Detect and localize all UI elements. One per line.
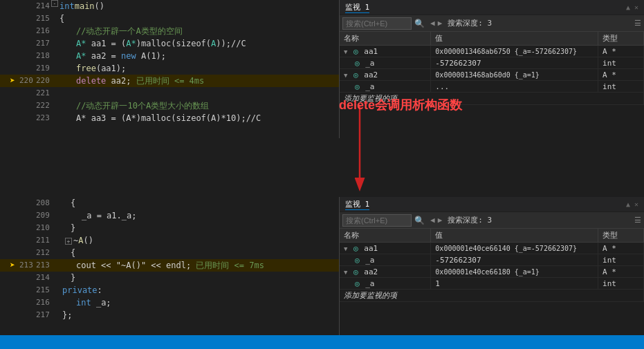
watch-type-aa2-a-bottom: int <box>598 278 644 290</box>
col-type-top: 类型 <box>598 32 644 46</box>
code-row: 216 //动态开辟一个A类型的空间 <box>35 25 339 37</box>
watch-table-top: 名称 值 类型 ▼ ◎ aa1 0x0000013468ab6750 {_a=-… <box>340 32 644 105</box>
watch-row-aa1-a-top[interactable]: ◎ _a -572662307 int <box>340 57 644 69</box>
expand-box[interactable]: + <box>65 238 72 245</box>
col-value-top: 值 <box>431 32 598 46</box>
watch-panel-title-bottom: 监视 1 ▲ ✕ <box>340 197 644 212</box>
code-row: 212 { <box>35 247 339 259</box>
watch-name-aa2-a-top: ◎ _a <box>340 81 431 93</box>
watch-search-bottom[interactable] <box>342 214 412 227</box>
code-row: 222 //动态开辟一10个A类型大小的数组 <box>35 100 339 112</box>
code-row: 211 +~A() <box>35 234 339 247</box>
watch-icon: ◎ <box>353 47 358 56</box>
watch-name-aa2-a-bottom: ◎ _a <box>340 278 431 290</box>
col-value-bottom: 值 <box>431 229 598 243</box>
watch-type-aa2-top: A * <box>598 69 644 81</box>
watch-row-aa2-a-top[interactable]: ◎ _a ... int <box>340 81 644 93</box>
expand-icon[interactable]: ▼ <box>344 72 347 79</box>
watch-row-aa1-a-bottom[interactable]: ◎ _a -572662307 int <box>340 254 644 266</box>
watch-options-bottom[interactable]: ☰ <box>634 216 641 225</box>
watch-name-aa1-bottom: ▼ ◎ aa1 <box>340 243 431 254</box>
code-lines-top: 214 - int main() 215 { 216 //动态开辟一个A <box>35 0 339 138</box>
top-panel: ➤ 220 214 - int main() <box>0 0 644 138</box>
expand-icon[interactable]: ▼ <box>344 48 347 55</box>
watch-icon: ◎ <box>355 59 360 68</box>
watch-val-aa1-a-top: -572662307 <box>431 57 598 69</box>
code-row: 217 }; <box>35 309 339 321</box>
watch-icon: ◎ <box>355 279 360 288</box>
code-row: 217 A* aa1 = (A*)malloc(sizeof(A));//C <box>35 37 339 50</box>
watch-table-bottom: 名称 值 类型 ▼ ◎ aa1 0x000001e40ce66140 {_a=-… <box>340 229 644 302</box>
code-row-arrow: 220 delete aa2; 已用时间 <= 4ms <box>35 75 339 87</box>
watch-icon: ◎ <box>355 82 360 91</box>
col-name-top: 名称 <box>340 32 431 46</box>
watch-val-aa2-top: 0x0000013468ab60d0 {_a=1} <box>431 69 598 81</box>
watch-name-aa2-bottom: ▼ ◎ aa2 <box>340 266 431 278</box>
depth-label-bottom: 搜索深度: 3 <box>448 215 492 225</box>
watch-val-aa2-a-bottom: 1 <box>431 278 598 290</box>
watch-panel-controls-top[interactable]: ▲ ✕ <box>626 3 638 11</box>
code-row: 214 } <box>35 272 339 284</box>
watch-name-aa2-top: ▼ ◎ aa2 <box>340 69 431 81</box>
code-row: 208 { <box>35 197 339 209</box>
annotation-container: delete会调用析构函数 <box>339 97 462 113</box>
watch-val-aa1-top: 0x0000013468ab6750 {_a=-572662307} <box>431 46 598 57</box>
expand-icon[interactable]: ▼ <box>344 245 347 252</box>
watch-type-aa1-a-bottom: int <box>598 254 644 266</box>
watch-icon: ◎ <box>353 267 358 276</box>
watch-row-aa2-bottom[interactable]: ▼ ◎ aa2 0x000001e40ce66180 {_a=1} A * <box>340 266 644 278</box>
search-icon-bottom: 🔍 <box>414 216 425 225</box>
minus-box[interactable]: - <box>51 0 58 7</box>
watch-nav-back-top[interactable]: ◀ <box>430 19 435 28</box>
watch-panel-title-top: 监视 1 ▲ ✕ <box>340 0 644 15</box>
gutter-bottom: ➤ 213 <box>0 197 35 349</box>
watch-row-aa2-a-bottom[interactable]: ◎ _a 1 int <box>340 278 644 290</box>
watch-options-top[interactable]: ☰ <box>634 19 641 28</box>
watch-row-aa1-top[interactable]: ▼ ◎ aa1 0x0000013468ab6750 {_a=-57266230… <box>340 46 644 57</box>
gutter-top: ➤ 220 <box>0 0 35 138</box>
search-icon-top: 🔍 <box>414 19 425 28</box>
code-row: 214 - int main() <box>35 0 339 12</box>
code-row: 216 int _a; <box>35 296 339 309</box>
watch-nav-fwd-bottom[interactable]: ▶ <box>438 216 443 225</box>
watch-icon: ◎ <box>353 244 358 253</box>
watch-type-aa2-bottom: A * <box>598 266 644 278</box>
watch-panel-controls-bottom[interactable]: ▲ ✕ <box>626 200 638 208</box>
watch-val-aa1-bottom: 0x000001e40ce66140 {_a=-572662307} <box>431 243 598 254</box>
watch-name-aa1-a-top: ◎ _a <box>340 57 431 69</box>
watch-area-bottom: 监视 1 ▲ ✕ 🔍 ◀ ▶ 搜索深度: 3 ☰ 名称 值 类型 <box>339 197 644 349</box>
annotation-text: delete会调用析构函数 <box>339 98 462 112</box>
code-row-arrow-bottom: 213 cout << "~A()" << endl; 已用时间 <= 7ms <box>35 259 339 272</box>
code-row: 215 { <box>35 12 339 25</box>
main-container: ➤ 220 214 - int main() <box>0 0 644 349</box>
watch-toolbar-bottom: 🔍 ◀ ▶ 搜索深度: 3 ☰ <box>340 212 644 229</box>
code-row: 223 A* aa3 = (A*)malloc(sizeof(A)*10);//… <box>35 112 339 124</box>
expand-icon[interactable]: ▼ <box>344 269 347 276</box>
watch-name-aa1-top: ▼ ◎ aa1 <box>340 46 431 57</box>
status-bar <box>0 335 644 349</box>
watch-tab-top[interactable]: 监视 1 <box>345 2 369 13</box>
watch-search-top[interactable] <box>342 17 412 30</box>
watch-icon: ◎ <box>355 256 360 265</box>
code-row: 209 _a = a1._a; <box>35 209 339 222</box>
code-lines-bottom: 208 { 209 _a = a1._a; 210 } <box>35 197 339 349</box>
watch-row-aa2-top[interactable]: ▼ ◎ aa2 0x0000013468ab60d0 {_a=1} A * <box>340 69 644 81</box>
watch-nav-fwd-top[interactable]: ▶ <box>438 19 443 28</box>
code-row: 210 } <box>35 222 339 234</box>
bottom-panel: ➤ 213 208 { <box>0 197 644 349</box>
down-arrow-svg <box>342 105 377 202</box>
watch-add-row-bottom[interactable]: 添加要监视的项 <box>340 290 644 302</box>
code-area-bottom: ➤ 213 208 { <box>0 197 339 349</box>
add-watch-bottom[interactable]: 添加要监视的项 <box>340 290 644 302</box>
code-row: 219 free(aa1); <box>35 62 339 75</box>
code-row: 215 private: <box>35 284 339 296</box>
watch-val-aa1-a-bottom: -572662307 <box>431 254 598 266</box>
watch-icon: ◎ <box>353 70 358 79</box>
watch-nav-back-bottom[interactable]: ◀ <box>430 216 435 225</box>
watch-area-top: 监视 1 ▲ ✕ 🔍 ◀ ▶ 搜索深度: 3 ☰ 名称 值 类型 <box>339 0 644 138</box>
watch-row-aa1-bottom[interactable]: ▼ ◎ aa1 0x000001e40ce66140 {_a=-57266230… <box>340 243 644 254</box>
watch-type-aa1-a-top: int <box>598 57 644 69</box>
code-area-top: ➤ 220 214 - int main() <box>0 0 339 138</box>
watch-name-aa1-a-bottom: ◎ _a <box>340 254 431 266</box>
depth-label-top: 搜索深度: 3 <box>448 18 492 28</box>
